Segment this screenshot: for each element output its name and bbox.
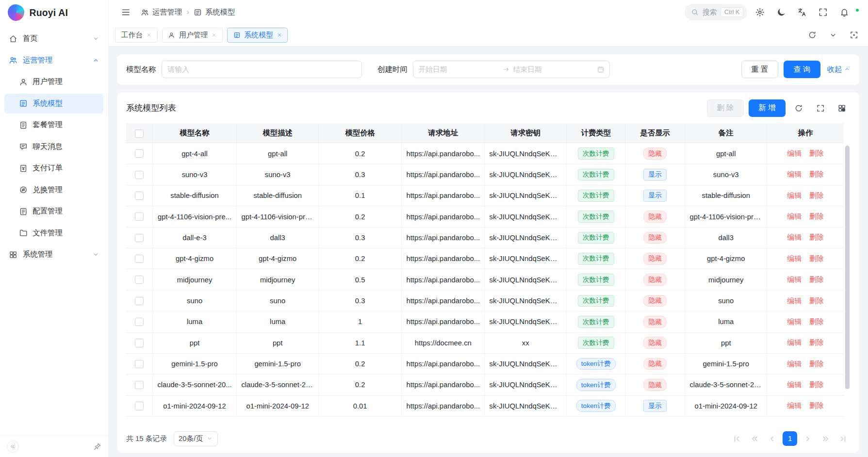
tab-workbench[interactable]: 工作台 — [115, 28, 158, 43]
edit-link[interactable]: 编辑 — [787, 360, 802, 368]
row-checkbox[interactable] — [135, 255, 143, 263]
delete-link[interactable]: 删除 — [809, 297, 824, 305]
cell-model-name: claude-3-5-sonnet-20... — [153, 375, 237, 395]
edit-link[interactable]: 编辑 — [787, 170, 802, 178]
row-checkbox[interactable] — [135, 234, 143, 242]
delete-link[interactable]: 删除 — [809, 339, 824, 346]
sidebar-collapse-button[interactable] — [7, 441, 19, 453]
start-date-input[interactable] — [418, 65, 499, 73]
cell-model-desc: claude-3-5-sonnet-20... — [237, 375, 319, 395]
pin-sidebar-button[interactable] — [93, 442, 101, 451]
breadcrumb-item-system-model[interactable]: 系统模型 — [194, 7, 235, 17]
row-checkbox[interactable] — [135, 192, 143, 200]
table-fullscreen-button[interactable] — [812, 100, 829, 116]
scrollbar-thumb[interactable] — [845, 146, 850, 389]
delete-link[interactable]: 删除 — [809, 360, 824, 368]
app-logo[interactable]: Ruoyi AI — [0, 0, 108, 25]
select-all-checkbox[interactable] — [135, 130, 143, 138]
refresh-table-button[interactable] — [790, 100, 807, 116]
row-checkbox[interactable] — [135, 149, 143, 158]
column-settings-button[interactable] — [834, 100, 850, 116]
search-input[interactable]: 搜索 Ctrl K — [685, 4, 747, 20]
edit-link[interactable]: 编辑 — [787, 318, 802, 326]
delete-link[interactable]: 删除 — [809, 402, 824, 409]
row-checkbox[interactable] — [135, 381, 143, 389]
row-checkbox[interactable] — [135, 171, 143, 179]
edit-link[interactable]: 编辑 — [787, 233, 802, 241]
chevron-down-icon — [92, 251, 99, 258]
hamburger-menu-button[interactable] — [117, 4, 134, 20]
collapse-filter-link[interactable]: 收起 — [827, 65, 851, 75]
delete-link[interactable]: 删除 — [809, 276, 824, 283]
cell-request-key: sk-JIUQLNndqSeKWU... — [485, 311, 567, 332]
current-page-button[interactable]: 1 — [783, 431, 797, 446]
sidebar-item-chat-messages[interactable]: 聊天消息 — [4, 137, 103, 157]
batch-delete-button[interactable]: 删 除 — [707, 99, 744, 116]
sidebar-item-payment-orders[interactable]: 支付订单 — [4, 158, 103, 178]
edit-link[interactable]: 编辑 — [787, 297, 802, 305]
delete-link[interactable]: 删除 — [809, 170, 824, 178]
edit-link[interactable]: 编辑 — [787, 276, 802, 283]
settings-button[interactable] — [752, 4, 768, 20]
delete-link[interactable]: 删除 — [809, 192, 824, 199]
first-page-button[interactable] — [730, 431, 744, 446]
refresh-page-button[interactable] — [805, 28, 819, 43]
page-size-select[interactable]: 20条/页 — [174, 431, 218, 446]
sidebar-item-file-management[interactable]: 文件管理 — [4, 223, 103, 243]
row-checkbox[interactable] — [135, 297, 143, 305]
edit-link[interactable]: 编辑 — [787, 381, 802, 389]
cell-remark: suno-v3 — [685, 164, 767, 185]
tab-user-management[interactable]: 用户管理 — [162, 28, 223, 43]
delete-link[interactable]: 删除 — [809, 149, 824, 157]
row-checkbox[interactable] — [135, 318, 143, 326]
row-checkbox[interactable] — [135, 339, 143, 347]
close-icon[interactable] — [147, 33, 151, 37]
reset-button[interactable]: 重 置 — [741, 61, 778, 78]
notifications-button[interactable] — [836, 4, 852, 20]
sidebar-item-config-management[interactable]: 配置管理 — [4, 201, 103, 221]
sidebar-item-operation-management[interactable]: 运营管理 — [4, 50, 103, 70]
row-checkbox[interactable] — [135, 212, 143, 221]
tab-system-model[interactable]: 系统模型 — [227, 28, 288, 43]
delete-link[interactable]: 删除 — [809, 318, 824, 326]
end-date-input[interactable] — [513, 65, 593, 73]
tab-label: 系统模型 — [245, 31, 273, 40]
next-page-button[interactable] — [801, 431, 815, 446]
prev-pages-button[interactable] — [747, 431, 762, 446]
last-page-button[interactable] — [836, 431, 851, 446]
delete-link[interactable]: 删除 — [809, 255, 824, 262]
delete-link[interactable]: 删除 — [809, 233, 824, 241]
prev-page-button[interactable] — [765, 431, 780, 446]
row-checkbox[interactable] — [135, 360, 143, 368]
language-button[interactable] — [794, 4, 810, 20]
sidebar-item-package-management[interactable]: 套餐管理 — [4, 115, 103, 135]
dark-mode-button[interactable] — [773, 4, 789, 20]
table-scrollbar[interactable] — [845, 146, 850, 423]
model-name-input[interactable] — [162, 61, 362, 78]
next-pages-button[interactable] — [818, 431, 833, 446]
edit-link[interactable]: 编辑 — [787, 149, 802, 157]
row-checkbox[interactable] — [135, 402, 143, 410]
edit-link[interactable]: 编辑 — [787, 192, 802, 199]
edit-link[interactable]: 编辑 — [787, 402, 802, 409]
delete-link[interactable]: 删除 — [809, 381, 824, 389]
sidebar-item-system-management[interactable]: 系统管理 — [4, 245, 103, 264]
close-icon[interactable] — [277, 33, 282, 37]
sidebar-item-exchange-management[interactable]: 兑换管理 — [4, 180, 103, 200]
add-button[interactable]: 新 增 — [749, 99, 786, 116]
edit-link[interactable]: 编辑 — [787, 339, 802, 346]
tab-options-button[interactable] — [826, 28, 840, 43]
close-icon[interactable] — [212, 33, 216, 37]
content-fullscreen-button[interactable] — [847, 28, 862, 43]
delete-link[interactable]: 删除 — [809, 212, 824, 220]
sidebar-item-system-model[interactable]: 系统模型 — [4, 94, 103, 114]
create-time-range-picker[interactable] — [413, 61, 610, 78]
sidebar-item-user-management[interactable]: 用户管理 — [4, 72, 103, 92]
edit-link[interactable]: 编辑 — [787, 255, 802, 262]
sidebar-item-home[interactable]: 首页 — [4, 29, 103, 49]
fullscreen-button[interactable] — [815, 4, 831, 20]
breadcrumb-item-operation-management[interactable]: 运营管理 — [141, 7, 182, 17]
row-checkbox[interactable] — [135, 276, 143, 284]
edit-link[interactable]: 编辑 — [787, 212, 802, 220]
query-button[interactable]: 查 询 — [784, 61, 820, 78]
